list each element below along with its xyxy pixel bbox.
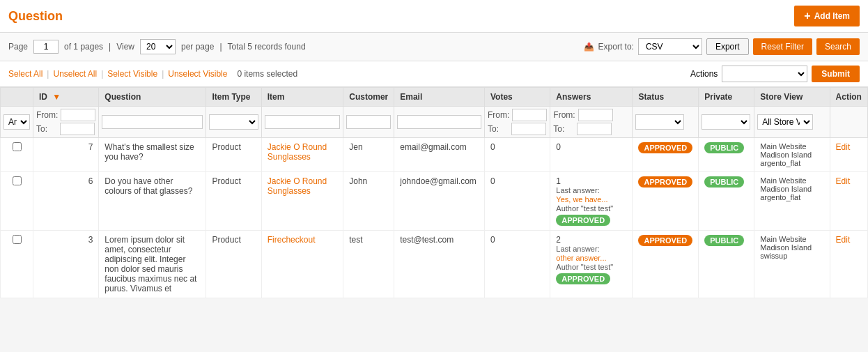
item-type-filter-cell: [206, 107, 261, 138]
private-badge: PUBLIC: [704, 176, 744, 188]
export-button[interactable]: Export: [706, 38, 749, 55]
row-action: Edit: [830, 138, 867, 172]
row-checkbox[interactable]: [13, 235, 22, 244]
answer-link[interactable]: other answer...: [556, 254, 606, 262]
add-item-button[interactable]: + Add Item: [794, 6, 860, 26]
answer-link[interactable]: Yes, we have...: [556, 195, 607, 204]
row-checkbox[interactable]: [13, 176, 22, 185]
item-type-filter-select[interactable]: [209, 114, 258, 130]
row-question: Do you have other colours of that glasse…: [99, 172, 206, 231]
row-private: PUBLIC: [699, 172, 754, 231]
votes-to-input[interactable]: [511, 123, 546, 135]
row-store-view: Main WebsiteMadison Islandswissup: [754, 231, 830, 298]
question-column-header: Question: [99, 88, 206, 107]
private-filter-select[interactable]: [702, 114, 750, 130]
table-row: 7What's the smallest size you have?Produ…: [1, 138, 868, 172]
customer-filter-input[interactable]: [346, 115, 391, 129]
table-header-row: ID ▼ Question Item Type Item Customer Em…: [1, 88, 868, 107]
item-link[interactable]: Jackie O Round Sunglasses: [268, 176, 327, 196]
row-customer: Jen: [343, 138, 394, 172]
export-format-select[interactable]: CSV Excel XML: [638, 38, 702, 55]
item-link[interactable]: Firecheckout: [268, 235, 316, 245]
page-title: Question: [8, 9, 63, 24]
row-checkbox[interactable]: [13, 142, 22, 151]
search-button[interactable]: Search: [816, 38, 860, 55]
row-status: APPROVED: [633, 172, 699, 231]
select-visible-link[interactable]: Select Visible: [107, 69, 157, 79]
status-filter-cell: [633, 107, 699, 138]
id-label: ID: [39, 92, 47, 102]
select-all-link[interactable]: Select All: [8, 69, 42, 79]
filter-row: Any From: To:: [1, 107, 868, 138]
private-badge: PUBLIC: [704, 142, 744, 153]
toolbar: Page of 1 pages | View 20 50 100 per pag…: [0, 33, 868, 61]
row-action: Edit: [830, 172, 867, 231]
checkbox-header: [1, 88, 33, 107]
answers-filter-cell: From: To:: [550, 107, 633, 138]
page-input[interactable]: [33, 40, 59, 54]
votes-from-input[interactable]: [512, 109, 547, 121]
row-votes: 0: [485, 138, 550, 172]
edit-link[interactable]: Edit: [836, 142, 851, 152]
unselect-all-link[interactable]: Unselect All: [53, 69, 97, 79]
row-private: PUBLIC: [699, 231, 754, 298]
question-filter-cell: [99, 107, 206, 138]
status-badge: APPROVED: [638, 142, 692, 153]
answers-from-input[interactable]: [578, 109, 613, 121]
any-select[interactable]: Any: [3, 114, 30, 130]
item-filter-input[interactable]: [265, 115, 340, 129]
row-item-type: Product: [206, 138, 261, 172]
status-filter-select[interactable]: [635, 114, 684, 130]
selection-bar: Select All | Unselect All | Select Visib…: [0, 61, 868, 87]
unselect-visible-link[interactable]: Unselect Visible: [168, 69, 227, 79]
row-email: test@test.com: [394, 231, 485, 298]
table-row: 3Lorem ipsum dolor sit amet, consectetur…: [1, 231, 868, 298]
row-id: 3: [33, 231, 99, 298]
view-select[interactable]: 20 50 100: [140, 39, 176, 54]
answers-to-input[interactable]: [577, 123, 612, 135]
plus-icon: +: [804, 10, 810, 22]
row-id: 6: [33, 172, 99, 231]
question-filter-input[interactable]: [102, 115, 203, 129]
item-column-header: Item: [261, 88, 343, 107]
view-label: |: [109, 42, 111, 52]
reset-filter-button[interactable]: Reset Filter: [753, 38, 812, 55]
total-records: Total 5 records found: [228, 42, 306, 52]
actions-select[interactable]: Delete: [722, 66, 807, 82]
page-label: Page: [8, 42, 28, 52]
table-row: 6Do you have other colours of that glass…: [1, 172, 868, 231]
row-question: What's the smallest size you have?: [99, 138, 206, 172]
action-filter-cell: [830, 107, 867, 138]
id-to-input[interactable]: [60, 123, 95, 135]
export-to-label: Export to:: [598, 42, 634, 52]
row-answers: 1Last answer:Yes, we have...Author "test…: [550, 172, 633, 231]
id-column-header[interactable]: ID ▼: [33, 88, 99, 107]
separator1: |: [219, 42, 222, 52]
id-from-input[interactable]: [61, 109, 95, 121]
private-filter-cell: [699, 107, 754, 138]
id-filter-cell: From: To:: [33, 107, 99, 138]
edit-link[interactable]: Edit: [836, 235, 851, 245]
row-item: Firecheckout: [261, 231, 343, 298]
row-checkbox-cell: [1, 138, 33, 172]
answers-from-label: From:: [553, 110, 575, 120]
item-link[interactable]: Jackie O Round Sunglasses: [268, 142, 327, 162]
row-question: Lorem ipsum dolor sit amet, consectetur …: [99, 231, 206, 298]
votes-from-label: From:: [488, 110, 509, 120]
edit-link[interactable]: Edit: [836, 176, 851, 186]
item-filter-cell: [261, 107, 343, 138]
customer-column-header: Customer: [343, 88, 394, 107]
answers-column-header: Answers: [550, 88, 633, 107]
votes-column-header: Votes: [485, 88, 550, 107]
row-status: APPROVED: [633, 231, 699, 298]
item-type-column-header: Item Type: [206, 88, 261, 107]
store-view-filter-select[interactable]: All Store Vi: [757, 114, 813, 130]
row-status: APPROVED: [633, 138, 699, 172]
top-bar: Question + Add Item: [0, 0, 868, 33]
row-store-view: Main WebsiteMadison Islandargento_flat: [754, 172, 830, 231]
submit-button[interactable]: Submit: [812, 66, 860, 82]
row-customer: test: [343, 231, 394, 298]
email-filter-input[interactable]: [397, 115, 481, 129]
status-badge: APPROVED: [638, 176, 692, 188]
answers-to-label: To:: [553, 124, 574, 134]
